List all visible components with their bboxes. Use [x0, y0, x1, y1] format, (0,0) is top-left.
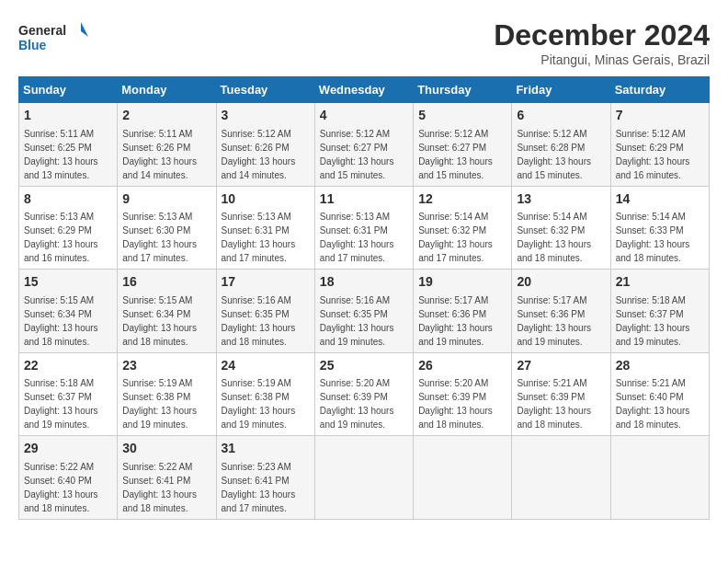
- calendar-cell: 2 Sunrise: 5:11 AM Sunset: 6:26 PM Dayli…: [118, 103, 216, 187]
- day-info: Sunrise: 5:16 AM Sunset: 6:35 PM Dayligh…: [222, 295, 296, 347]
- day-info: Sunrise: 5:19 AM Sunset: 6:38 PM Dayligh…: [122, 378, 197, 430]
- calendar-cell: 5 Sunrise: 5:12 AM Sunset: 6:27 PM Dayli…: [414, 103, 512, 187]
- day-info: Sunrise: 5:22 AM Sunset: 6:41 PM Dayligh…: [122, 462, 197, 513]
- day-info: Sunrise: 5:13 AM Sunset: 6:29 PM Dayligh…: [24, 212, 98, 263]
- day-number: 5: [418, 107, 506, 125]
- day-number: 8: [24, 190, 112, 209]
- day-info: Sunrise: 5:17 AM Sunset: 6:36 PM Dayligh…: [517, 295, 591, 347]
- calendar-table: SundayMondayTuesdayWednesdayThursdayFrid…: [18, 76, 710, 520]
- day-info: Sunrise: 5:13 AM Sunset: 6:30 PM Dayligh…: [122, 212, 197, 263]
- day-number: 13: [517, 190, 605, 209]
- day-info: Sunrise: 5:14 AM Sunset: 6:32 PM Dayligh…: [418, 212, 493, 263]
- header-saturday: Saturday: [610, 77, 709, 103]
- calendar-cell: 4 Sunrise: 5:12 AM Sunset: 6:27 PM Dayli…: [314, 103, 413, 187]
- calendar-cell: 23 Sunrise: 5:19 AM Sunset: 6:38 PM Dayl…: [118, 352, 216, 436]
- day-info: Sunrise: 5:11 AM Sunset: 6:25 PM Dayligh…: [24, 129, 98, 180]
- day-number: 26: [418, 357, 506, 375]
- day-number: 19: [418, 273, 506, 292]
- calendar-cell: 7 Sunrise: 5:12 AM Sunset: 6:29 PM Dayli…: [610, 103, 709, 187]
- calendar-cell: 13 Sunrise: 5:14 AM Sunset: 6:32 PM Dayl…: [512, 186, 610, 270]
- calendar-header: SundayMondayTuesdayWednesdayThursdayFrid…: [19, 77, 710, 103]
- calendar-cell: 17 Sunrise: 5:16 AM Sunset: 6:35 PM Dayl…: [216, 270, 314, 353]
- day-info: Sunrise: 5:20 AM Sunset: 6:39 PM Dayligh…: [418, 378, 493, 430]
- day-number: 28: [616, 357, 704, 375]
- day-number: 4: [320, 107, 408, 125]
- calendar-cell: [314, 436, 413, 520]
- svg-text:Blue: Blue: [18, 38, 47, 52]
- calendar-cell: 24 Sunrise: 5:19 AM Sunset: 6:38 PM Dayl…: [216, 352, 314, 436]
- day-info: Sunrise: 5:20 AM Sunset: 6:39 PM Dayligh…: [320, 378, 394, 430]
- day-number: 27: [517, 357, 605, 375]
- logo-svg: General Blue: [18, 18, 92, 55]
- day-number: 3: [222, 107, 310, 125]
- day-number: 18: [320, 273, 408, 292]
- calendar-cell: [610, 436, 709, 520]
- day-number: 1: [24, 107, 112, 125]
- day-number: 10: [222, 190, 310, 209]
- calendar-cell: 20 Sunrise: 5:17 AM Sunset: 6:36 PM Dayl…: [512, 270, 610, 353]
- calendar-cell: 6 Sunrise: 5:12 AM Sunset: 6:28 PM Dayli…: [512, 103, 610, 187]
- calendar-cell: 25 Sunrise: 5:20 AM Sunset: 6:39 PM Dayl…: [314, 352, 413, 436]
- day-number: 23: [122, 357, 210, 375]
- day-number: 7: [616, 107, 704, 125]
- calendar-cell: 26 Sunrise: 5:20 AM Sunset: 6:39 PM Dayl…: [414, 352, 512, 436]
- header-tuesday: Tuesday: [216, 77, 314, 103]
- logo: General Blue: [18, 18, 92, 55]
- day-number: 12: [418, 190, 506, 209]
- day-info: Sunrise: 5:13 AM Sunset: 6:31 PM Dayligh…: [320, 212, 394, 263]
- day-number: 22: [24, 357, 112, 375]
- day-info: Sunrise: 5:17 AM Sunset: 6:36 PM Dayligh…: [418, 295, 493, 347]
- day-info: Sunrise: 5:22 AM Sunset: 6:40 PM Dayligh…: [24, 462, 98, 513]
- week-row-2: 8 Sunrise: 5:13 AM Sunset: 6:29 PM Dayli…: [19, 186, 710, 270]
- svg-marker-2: [81, 22, 88, 37]
- week-row-1: 1 Sunrise: 5:11 AM Sunset: 6:25 PM Dayli…: [19, 103, 710, 187]
- calendar-cell: 31 Sunrise: 5:23 AM Sunset: 6:41 PM Dayl…: [216, 436, 314, 520]
- main-title: December 2024: [494, 18, 710, 52]
- day-info: Sunrise: 5:13 AM Sunset: 6:31 PM Dayligh…: [222, 212, 296, 263]
- day-number: 6: [517, 107, 605, 125]
- svg-text:General: General: [18, 23, 66, 38]
- day-info: Sunrise: 5:16 AM Sunset: 6:35 PM Dayligh…: [320, 295, 394, 347]
- calendar-cell: 19 Sunrise: 5:17 AM Sunset: 6:36 PM Dayl…: [414, 270, 512, 353]
- day-number: 14: [616, 190, 704, 209]
- header-thursday: Thursday: [414, 77, 512, 103]
- day-number: 11: [320, 190, 408, 209]
- calendar-cell: 28 Sunrise: 5:21 AM Sunset: 6:40 PM Dayl…: [610, 352, 709, 436]
- day-number: 16: [122, 273, 210, 292]
- calendar-cell: 3 Sunrise: 5:12 AM Sunset: 6:26 PM Dayli…: [216, 103, 314, 187]
- header: General Blue December 2024 Pitangui, Min…: [18, 18, 710, 67]
- week-row-4: 22 Sunrise: 5:18 AM Sunset: 6:37 PM Dayl…: [19, 352, 710, 436]
- calendar-cell: 14 Sunrise: 5:14 AM Sunset: 6:33 PM Dayl…: [610, 186, 709, 270]
- day-number: 9: [122, 190, 210, 209]
- day-info: Sunrise: 5:11 AM Sunset: 6:26 PM Dayligh…: [122, 129, 197, 180]
- calendar-cell: 22 Sunrise: 5:18 AM Sunset: 6:37 PM Dayl…: [19, 352, 118, 436]
- day-info: Sunrise: 5:12 AM Sunset: 6:26 PM Dayligh…: [222, 129, 296, 180]
- day-number: 24: [222, 357, 310, 375]
- day-number: 20: [517, 273, 605, 292]
- day-info: Sunrise: 5:12 AM Sunset: 6:27 PM Dayligh…: [418, 129, 493, 180]
- calendar-cell: 27 Sunrise: 5:21 AM Sunset: 6:39 PM Dayl…: [512, 352, 610, 436]
- header-wednesday: Wednesday: [314, 77, 413, 103]
- title-area: December 2024 Pitangui, Minas Gerais, Br…: [494, 18, 710, 67]
- day-info: Sunrise: 5:14 AM Sunset: 6:32 PM Dayligh…: [517, 212, 591, 263]
- calendar-cell: 8 Sunrise: 5:13 AM Sunset: 6:29 PM Dayli…: [19, 186, 118, 270]
- calendar-cell: [414, 436, 512, 520]
- calendar-cell: [512, 436, 610, 520]
- day-number: 21: [616, 273, 704, 292]
- week-row-3: 15 Sunrise: 5:15 AM Sunset: 6:34 PM Dayl…: [19, 270, 710, 353]
- day-number: 17: [222, 273, 310, 292]
- day-number: 2: [122, 107, 210, 125]
- header-sunday: Sunday: [19, 77, 118, 103]
- day-info: Sunrise: 5:18 AM Sunset: 6:37 PM Dayligh…: [616, 295, 690, 347]
- calendar-cell: 21 Sunrise: 5:18 AM Sunset: 6:37 PM Dayl…: [610, 270, 709, 353]
- day-info: Sunrise: 5:12 AM Sunset: 6:27 PM Dayligh…: [320, 129, 394, 180]
- calendar-cell: 18 Sunrise: 5:16 AM Sunset: 6:35 PM Dayl…: [314, 270, 413, 353]
- day-info: Sunrise: 5:18 AM Sunset: 6:37 PM Dayligh…: [24, 378, 98, 430]
- day-info: Sunrise: 5:15 AM Sunset: 6:34 PM Dayligh…: [122, 295, 197, 347]
- week-row-5: 29 Sunrise: 5:22 AM Sunset: 6:40 PM Dayl…: [19, 436, 710, 520]
- calendar-cell: 11 Sunrise: 5:13 AM Sunset: 6:31 PM Dayl…: [314, 186, 413, 270]
- calendar-cell: 10 Sunrise: 5:13 AM Sunset: 6:31 PM Dayl…: [216, 186, 314, 270]
- header-friday: Friday: [512, 77, 610, 103]
- day-info: Sunrise: 5:14 AM Sunset: 6:33 PM Dayligh…: [616, 212, 690, 263]
- day-number: 30: [122, 440, 210, 458]
